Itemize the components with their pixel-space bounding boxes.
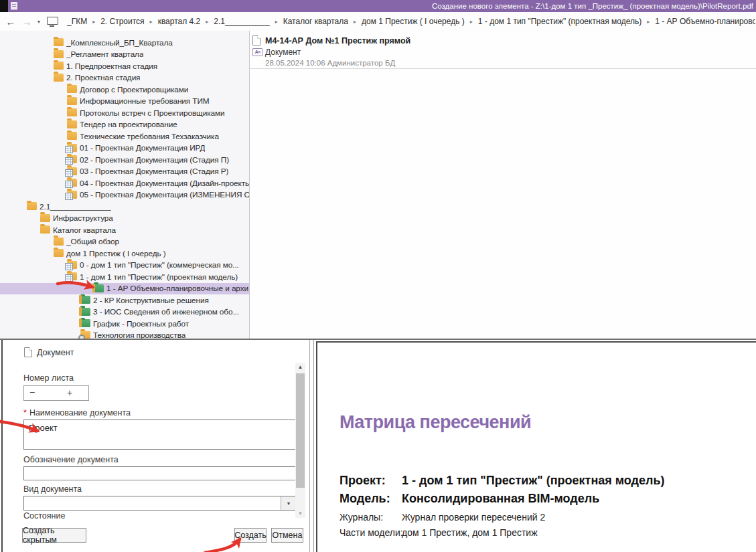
tree-item-label: 2. Проектная стадия (66, 73, 140, 82)
back-icon[interactable]: ← (4, 12, 17, 31)
folder-icon (67, 85, 77, 93)
document-kind-label: Вид документа (23, 484, 82, 494)
tree-item[interactable]: Инфраструктура (0, 213, 249, 225)
app-window: { "titlebar": { "title": "Создание новог… (0, 0, 756, 552)
tree-item[interactable]: Технические требования Техзаказчика (0, 130, 249, 143)
tree-item[interactable]: Протоколы встреч с Проектировщиками (0, 107, 249, 119)
breadcrumb-separator-icon: ▸ (643, 19, 654, 25)
document-set-folder-icon (67, 261, 77, 269)
tree-item[interactable]: дом 1 Престиж ( I очередь ) (0, 248, 249, 260)
tree-item[interactable]: 04 - Проектная Документация (Дизайн-прое… (0, 177, 249, 189)
preview-row-value: дом 1 Престиж, дом 1 Престиж (402, 527, 538, 538)
cancel-button[interactable]: Отмена (271, 528, 303, 543)
tree-item[interactable]: 2 - КР Конструктивные решения (0, 294, 249, 306)
document-title: М4-14-АР Дом №1 Престиж прямой (265, 36, 410, 45)
tree-item[interactable]: 05 - Проектная Документация (ИЗМЕНЕНИЯ С… (0, 189, 249, 201)
tree-item[interactable]: 0 - дом 1 тип "Престиж" (коммерческая мо… (0, 260, 249, 272)
bottom-section: Документ Номер листа − + *Наименование д… (0, 339, 756, 552)
tree-item[interactable]: 2.1______________ (0, 201, 249, 213)
folder-icon (54, 74, 64, 82)
tree-item[interactable]: 1. Предпроектная стадия (0, 60, 249, 72)
tree-item-label: 1 - АР Объемно-планировочные и архи... (106, 284, 249, 293)
tree-item-label: Каталог квартала (53, 225, 116, 235)
tree-item-label: Технология производства (93, 331, 185, 339)
breadcrumb-bar: ← → ▾ _ГКМ▸2. Строится▸квартал 4.2▸2.1__… (0, 12, 756, 31)
breadcrumb-separator-icon: ▸ (350, 19, 360, 25)
breadcrumb-item[interactable]: 1 - АР Объемно-планировочные и архитекту… (654, 15, 755, 27)
green-folder-icon (80, 296, 90, 304)
tree-item[interactable]: _Комплексный_БП_Квартала (0, 37, 249, 49)
document-name-input[interactable]: Проект (23, 420, 297, 450)
breadcrumb-item[interactable]: дом 1 Престиж ( I очередь ) (360, 15, 466, 27)
technology-folder-icon (80, 331, 90, 339)
breadcrumb-item[interactable]: Каталог квартала (282, 15, 350, 27)
main-area: _Комплексный_БП_Квартала_Регламент кварт… (0, 31, 756, 339)
history-dropdown-icon[interactable]: ▾ (35, 12, 43, 31)
preview-row-label: Модель: (339, 492, 390, 506)
tree-item[interactable]: График - Проектных работ (0, 318, 249, 330)
tree-item[interactable]: 02 - Проектная Документация (Стадия П) (0, 154, 249, 166)
tree-item-label: _Регламент квартала (66, 50, 143, 59)
breadcrumb-separator-icon: ▸ (466, 19, 477, 25)
preview-row-label: Журналы: (339, 512, 383, 523)
breadcrumb-item[interactable]: квартал 4.2 (157, 15, 202, 27)
green-folder-icon (94, 284, 104, 292)
create-hidden-button[interactable]: Создать скрытым (22, 528, 86, 543)
stepper-minus-icon[interactable]: − (29, 387, 35, 397)
tree-item-label: Протоколы встреч с Проектировщиками (80, 108, 225, 118)
document-kind-select[interactable]: ▼ (23, 496, 297, 511)
tree-item[interactable]: _Регламент квартала (0, 49, 249, 61)
tree-item[interactable]: 3 - ИОС Сведения об инженерном обо... (0, 306, 249, 318)
green-folder-icon (80, 308, 90, 316)
tree-item-label: 05 - Проектная Документация (ИЗМЕНЕНИЯ С… (80, 190, 249, 199)
preview-row-label: Части модели: (339, 527, 403, 538)
breadcrumb-item[interactable]: 2.1__________ (212, 15, 271, 27)
scroll-up-icon[interactable]: ▲ (295, 364, 305, 370)
scroll-down-icon[interactable]: ▼ (295, 511, 305, 517)
tree-item[interactable]: Договор с Проектировщиками (0, 84, 249, 96)
app-icon (11, 2, 17, 10)
tree-item-label: _Комплексный_БП_Квартала (66, 38, 173, 48)
tree-item-selected[interactable]: 1 - АР Объемно-планировочные и архи... (0, 283, 249, 295)
folder-icon (67, 132, 77, 140)
scrollbar-thumb[interactable] (296, 373, 305, 488)
tree-item[interactable]: 2. Проектная стадия (0, 72, 249, 84)
preview-heading: Матрица пересечений (339, 412, 531, 433)
state-label: Состояние (23, 511, 65, 521)
preview-row: Проект:1 - дом 1 тип "Престиж" (проектна… (339, 474, 386, 488)
tree-item[interactable]: _Общий обзор (0, 236, 249, 248)
preview-row-label: Проект: (339, 474, 386, 488)
folder-icon (67, 97, 77, 105)
breadcrumb-item[interactable]: 1 - дом 1 тип "Престиж" (проектная модел… (477, 15, 643, 27)
tree-item[interactable]: Технология производства (0, 330, 249, 339)
breadcrumb-item[interactable]: 2. Строится (99, 15, 145, 27)
dialog-scrollbar[interactable]: ▲ ▼ (295, 363, 305, 518)
tree-item[interactable]: Тендер на проектирование (0, 119, 249, 131)
folder-icon (27, 202, 37, 210)
computer-icon[interactable] (47, 17, 58, 25)
document-set-folder-icon (67, 155, 77, 163)
document-name-label: *Наименование документа (23, 408, 131, 418)
stepper-plus-icon[interactable]: + (67, 387, 72, 398)
folder-icon (67, 108, 77, 116)
document-name-label-text: Наименование документа (29, 408, 131, 418)
document-meta: 28.05.2024 10:06 Администратор БД (265, 59, 410, 67)
folder-icon (54, 62, 64, 70)
create-button[interactable]: Создать (234, 528, 267, 543)
tree-item[interactable]: 03 - Проектная Документация (Стадия Р) (0, 166, 249, 178)
tree-item-label: 3 - ИОС Сведения об инженерном обо... (93, 307, 239, 316)
forward-icon[interactable]: → (20, 12, 33, 31)
preview-divider (313, 340, 314, 552)
tree-item[interactable]: 1 - дом 1 тип "Престиж" (проектная модел… (0, 271, 249, 283)
document-set-folder-icon (67, 144, 77, 152)
document-set-folder-icon (67, 167, 77, 175)
sheet-number-stepper[interactable]: − + (23, 385, 89, 401)
tree-item[interactable]: 01 - Проектная Документация ИРД (0, 143, 249, 155)
tree-item[interactable]: Каталог квартала (0, 224, 249, 236)
chevron-down-icon[interactable]: ▼ (281, 496, 296, 510)
tree-item[interactable]: Информационные требования ТИМ (0, 96, 249, 108)
document-designation-input[interactable] (23, 466, 297, 480)
breadcrumb-item[interactable]: _ГКМ (66, 15, 88, 27)
tree-item-label: 04 - Проектная Документация (Дизайн-прое… (80, 179, 249, 188)
tree-item-label: дом 1 Престиж ( I очередь ) (66, 249, 166, 258)
